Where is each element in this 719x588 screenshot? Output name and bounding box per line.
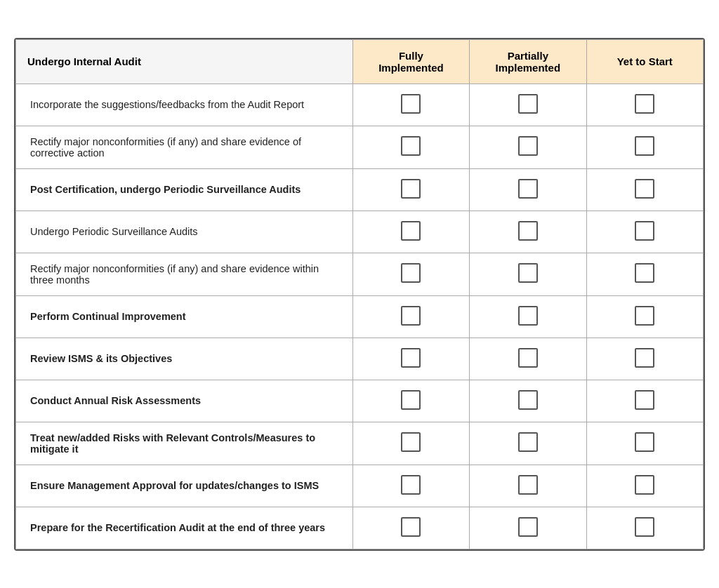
checkbox-cell xyxy=(470,507,586,549)
checkbox-box[interactable] xyxy=(401,136,421,156)
checkbox-box[interactable] xyxy=(401,432,421,452)
checkbox-cell xyxy=(352,83,469,126)
header-col4: Yet to Start xyxy=(586,39,703,83)
row-label: Incorporate the suggestions/feedbacks fr… xyxy=(16,83,353,126)
checkbox-box[interactable] xyxy=(518,432,538,452)
checkbox-box[interactable] xyxy=(401,348,421,368)
checkbox-cell xyxy=(470,126,586,168)
checkbox-box[interactable] xyxy=(518,517,538,537)
checkbox-box[interactable] xyxy=(518,263,538,283)
row-label: Prepare for the Recertification Audit at… xyxy=(16,507,353,549)
checkbox-cell xyxy=(470,168,586,211)
checkbox-cell xyxy=(586,422,703,465)
checkbox-box[interactable] xyxy=(635,221,654,241)
checkbox-box[interactable] xyxy=(401,390,421,410)
checkbox-cell xyxy=(352,211,469,253)
checkbox-cell xyxy=(470,380,586,422)
row-label: Post Certification, undergo Periodic Sur… xyxy=(16,168,353,211)
checkbox-cell xyxy=(470,422,586,465)
header-col1: Undergo Internal Audit xyxy=(16,39,353,83)
table-row: Post Certification, undergo Periodic Sur… xyxy=(16,168,704,211)
row-label: Review ISMS & its Objectives xyxy=(16,338,353,380)
row-label: Perform Continual Improvement xyxy=(16,295,353,338)
checkbox-box[interactable] xyxy=(635,136,654,156)
checkbox-box[interactable] xyxy=(401,221,421,241)
row-label: Treat new/added Risks with Relevant Cont… xyxy=(16,422,353,465)
audit-table: Undergo Internal Audit Fully Implemented… xyxy=(15,39,704,549)
checkbox-cell xyxy=(352,465,469,507)
checkbox-cell xyxy=(586,295,703,338)
header-col3-line2: Implemented xyxy=(496,62,561,74)
checkbox-box[interactable] xyxy=(635,179,654,199)
row-label: Undergo Periodic Surveillance Audits xyxy=(16,211,353,253)
checkbox-box[interactable] xyxy=(401,475,421,495)
row-label: Conduct Annual Risk Assessments xyxy=(16,380,353,422)
checkbox-box[interactable] xyxy=(635,432,654,452)
checkbox-box[interactable] xyxy=(518,390,538,410)
checkbox-cell xyxy=(352,380,469,422)
checkbox-cell xyxy=(470,295,586,338)
checkbox-box[interactable] xyxy=(518,179,538,199)
checkbox-box[interactable] xyxy=(401,306,421,326)
checkbox-cell xyxy=(586,211,703,253)
table-row: Review ISMS & its Objectives xyxy=(16,338,704,380)
header-col2-line2: Implemented xyxy=(378,62,444,74)
checkbox-cell xyxy=(352,338,469,380)
checkbox-box[interactable] xyxy=(401,94,421,114)
checkbox-box[interactable] xyxy=(518,136,538,156)
table-row: Undergo Periodic Surveillance Audits xyxy=(16,211,704,253)
header-col3: Partially Implemented xyxy=(470,39,586,83)
checkbox-cell xyxy=(586,338,703,380)
row-label: Rectify major nonconformities (if any) a… xyxy=(16,126,353,168)
checkbox-box[interactable] xyxy=(401,263,421,283)
table-row: Treat new/added Risks with Relevant Cont… xyxy=(16,422,704,465)
checkbox-box[interactable] xyxy=(401,517,421,537)
row-label: Rectify major nonconformities (if any) a… xyxy=(16,253,353,295)
checkbox-cell xyxy=(470,465,586,507)
checkbox-cell xyxy=(352,422,469,465)
header-col2-line1: Fully xyxy=(399,50,423,62)
checkbox-box[interactable] xyxy=(635,475,654,495)
checkbox-box[interactable] xyxy=(635,263,654,283)
table-row: Rectify major nonconformities (if any) a… xyxy=(16,253,704,295)
checkbox-cell xyxy=(470,253,586,295)
table-row: Ensure Management Approval for updates/c… xyxy=(16,465,704,507)
checkbox-box[interactable] xyxy=(518,475,538,495)
checkbox-box[interactable] xyxy=(518,221,538,241)
header-col2: Fully Implemented xyxy=(352,39,469,83)
main-table-wrapper: Undergo Internal Audit Fully Implemented… xyxy=(14,38,705,551)
checkbox-cell xyxy=(586,380,703,422)
checkbox-cell xyxy=(586,507,703,549)
checkbox-box[interactable] xyxy=(635,348,654,368)
checkbox-box[interactable] xyxy=(635,517,654,537)
checkbox-cell xyxy=(352,253,469,295)
checkbox-box[interactable] xyxy=(401,179,421,199)
checkbox-box[interactable] xyxy=(635,306,654,326)
checkbox-cell xyxy=(586,83,703,126)
table-row: Perform Continual Improvement xyxy=(16,295,704,338)
checkbox-cell xyxy=(352,168,469,211)
checkbox-cell xyxy=(586,126,703,168)
checkbox-box[interactable] xyxy=(518,306,538,326)
checkbox-cell xyxy=(352,507,469,549)
checkbox-box[interactable] xyxy=(518,94,538,114)
table-row: Conduct Annual Risk Assessments xyxy=(16,380,704,422)
checkbox-cell xyxy=(470,211,586,253)
table-row: Incorporate the suggestions/feedbacks fr… xyxy=(16,83,704,126)
checkbox-cell xyxy=(470,338,586,380)
checkbox-cell xyxy=(586,253,703,295)
table-row: Rectify major nonconformities (if any) a… xyxy=(16,126,704,168)
checkbox-cell xyxy=(470,83,586,126)
checkbox-cell xyxy=(352,126,469,168)
checkbox-box[interactable] xyxy=(635,390,654,410)
row-label: Ensure Management Approval for updates/c… xyxy=(16,465,353,507)
checkbox-cell xyxy=(352,295,469,338)
checkbox-box[interactable] xyxy=(518,348,538,368)
checkbox-box[interactable] xyxy=(635,94,654,114)
checkbox-cell xyxy=(586,465,703,507)
checkbox-cell xyxy=(586,168,703,211)
table-row: Prepare for the Recertification Audit at… xyxy=(16,507,704,549)
header-col3-line1: Partially xyxy=(508,50,548,62)
